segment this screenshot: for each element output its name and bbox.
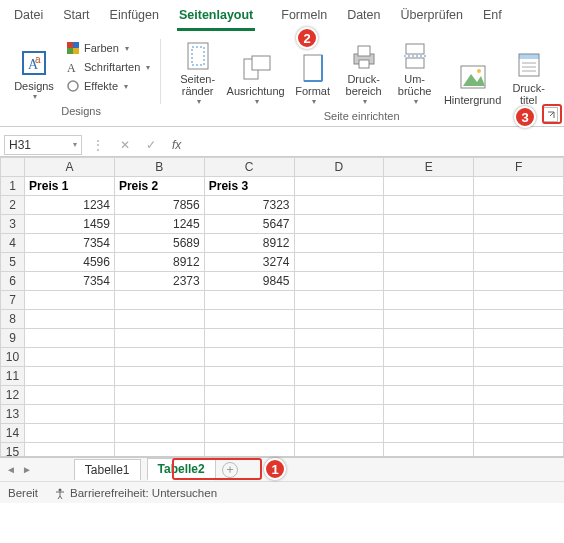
margins-button[interactable]: Seiten- ränder [173,37,223,108]
cell[interactable] [384,405,474,424]
cell[interactable]: 8912 [114,253,204,272]
page-setup-dialog-launcher[interactable] [543,107,558,122]
row-header[interactable]: 7 [1,291,25,310]
cell[interactable] [294,253,384,272]
cell[interactable]: 8912 [204,234,294,253]
cell[interactable] [25,291,115,310]
cell[interactable] [384,329,474,348]
cell[interactable]: 5689 [114,234,204,253]
fonts-button[interactable]: A Schriftarten [62,58,154,76]
cell[interactable] [25,348,115,367]
cell[interactable] [204,348,294,367]
cell[interactable]: 4596 [25,253,115,272]
sheet-nav[interactable]: ◄► [6,464,32,475]
cell[interactable] [114,405,204,424]
cell[interactable] [25,329,115,348]
cell[interactable] [474,386,564,405]
cell[interactable] [25,386,115,405]
cell[interactable] [204,329,294,348]
add-sheet-button[interactable]: ＋ [222,462,238,478]
tab-page-layout[interactable]: Seitenlayout [177,4,255,31]
cell[interactable] [474,329,564,348]
cell[interactable] [114,367,204,386]
col-header[interactable]: A [25,158,115,177]
cell[interactable] [384,177,474,196]
row-header[interactable]: 15 [1,443,25,458]
cell[interactable] [384,291,474,310]
cell[interactable] [204,367,294,386]
cell[interactable] [294,310,384,329]
cell[interactable] [474,367,564,386]
tab-more[interactable]: Enf [481,4,504,31]
cell[interactable] [474,215,564,234]
cell[interactable] [474,272,564,291]
cell[interactable] [294,386,384,405]
cell[interactable] [25,310,115,329]
row-header[interactable]: 14 [1,424,25,443]
cell[interactable] [384,310,474,329]
col-header[interactable]: B [114,158,204,177]
cell[interactable]: 5647 [204,215,294,234]
cell[interactable] [384,424,474,443]
cell[interactable]: 9845 [204,272,294,291]
col-header[interactable]: E [384,158,474,177]
cell[interactable] [474,196,564,215]
name-box[interactable]: H31 [4,135,82,155]
cell[interactable] [204,424,294,443]
cell[interactable] [294,405,384,424]
cell[interactable] [114,329,204,348]
background-button[interactable]: Hintergrund [441,37,505,108]
cell[interactable] [294,234,384,253]
cell[interactable] [114,386,204,405]
cell[interactable] [474,310,564,329]
row-header[interactable]: 8 [1,310,25,329]
cell[interactable]: 7323 [204,196,294,215]
row-header[interactable]: 10 [1,348,25,367]
cell[interactable] [294,215,384,234]
spreadsheet-grid[interactable]: ABCDEF1Preis 1Preis 2Preis 3212347856732… [0,157,564,457]
themes-button[interactable]: Aa Designs [8,37,60,103]
size-button[interactable]: Format [289,37,337,108]
cell[interactable] [474,424,564,443]
cell[interactable]: 1459 [25,215,115,234]
tab-home[interactable]: Start [61,4,91,31]
row-header[interactable]: 13 [1,405,25,424]
cell[interactable]: Preis 3 [204,177,294,196]
cell[interactable] [294,291,384,310]
cell[interactable] [204,405,294,424]
cell[interactable] [204,386,294,405]
row-header[interactable]: 11 [1,367,25,386]
cell[interactable] [204,310,294,329]
cell[interactable] [294,424,384,443]
cell[interactable] [384,386,474,405]
row-header[interactable]: 1 [1,177,25,196]
cell[interactable] [25,424,115,443]
cell[interactable] [294,348,384,367]
cell[interactable] [384,348,474,367]
cell[interactable] [114,443,204,458]
cell[interactable]: 7856 [114,196,204,215]
cancel-icon[interactable]: ✕ [114,138,136,152]
print-area-button[interactable]: Druck- bereich [339,37,389,108]
cell[interactable] [384,234,474,253]
tab-file[interactable]: Datei [12,4,45,31]
cell[interactable] [384,196,474,215]
cell[interactable] [474,348,564,367]
orientation-button[interactable]: Ausrichtung [225,37,287,108]
cell[interactable] [474,253,564,272]
cell[interactable] [384,443,474,458]
cell[interactable] [474,234,564,253]
col-header[interactable]: F [474,158,564,177]
row-header[interactable]: 6 [1,272,25,291]
row-header[interactable]: 12 [1,386,25,405]
print-titles-button[interactable]: Druck- titel [507,37,551,108]
cell[interactable] [114,348,204,367]
enter-icon[interactable]: ✓ [140,138,162,152]
row-header[interactable]: 2 [1,196,25,215]
cell[interactable] [294,443,384,458]
colors-button[interactable]: Farben [62,39,154,57]
cell[interactable] [25,405,115,424]
row-header[interactable]: 4 [1,234,25,253]
cell[interactable]: 7354 [25,234,115,253]
sheet-tab-1[interactable]: Tabelle1 [74,459,141,480]
